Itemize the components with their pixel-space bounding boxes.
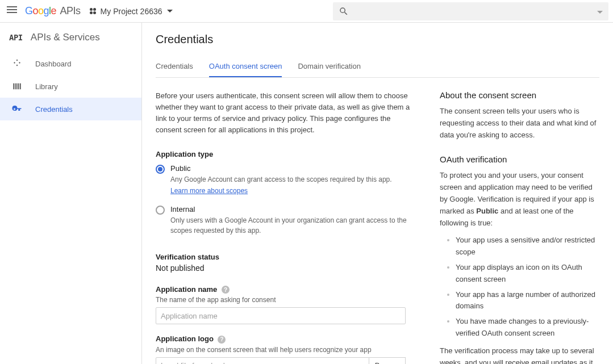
search-icon [339, 6, 349, 16]
project-name: My Project 26636 [101, 7, 162, 16]
chevron-down-icon [167, 10, 173, 12]
google-apis-logo: Google APIs [25, 5, 81, 17]
search-dropdown-icon[interactable] [593, 7, 603, 15]
project-picker[interactable]: My Project 26636 [90, 7, 173, 16]
project-picker-icon [90, 8, 96, 14]
search-box[interactable] [333, 2, 608, 20]
hamburger-menu-icon[interactable] [5, 5, 18, 18]
